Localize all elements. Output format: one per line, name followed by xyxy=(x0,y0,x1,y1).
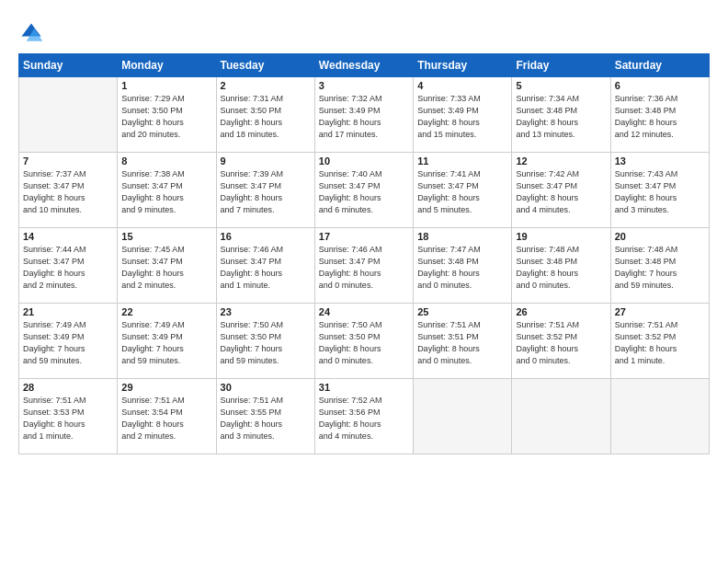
day-info: Sunrise: 7:39 AMSunset: 3:47 PMDaylight:… xyxy=(221,168,311,216)
day-number: 13 xyxy=(615,155,705,167)
calendar-week-row: 21Sunrise: 7:49 AMSunset: 3:49 PMDayligh… xyxy=(19,304,710,379)
day-number: 2 xyxy=(221,80,311,91)
calendar-day-cell: 17Sunrise: 7:46 AMSunset: 3:47 PMDayligh… xyxy=(314,228,413,304)
calendar-day-cell xyxy=(414,379,512,454)
calendar-day-cell: 18Sunrise: 7:47 AMSunset: 3:48 PMDayligh… xyxy=(414,228,512,304)
calendar-day-cell: 12Sunrise: 7:42 AMSunset: 3:47 PMDayligh… xyxy=(512,153,610,228)
day-number: 9 xyxy=(221,155,311,167)
calendar-header-cell: Tuesday xyxy=(216,54,314,77)
calendar-day-cell: 2Sunrise: 7:31 AMSunset: 3:50 PMDaylight… xyxy=(216,77,314,153)
day-info: Sunrise: 7:50 AMSunset: 3:50 PMDaylight:… xyxy=(221,319,311,367)
calendar-day-cell: 22Sunrise: 7:49 AMSunset: 3:49 PMDayligh… xyxy=(118,304,216,379)
day-info: Sunrise: 7:33 AMSunset: 3:49 PMDaylight:… xyxy=(417,93,507,141)
day-info: Sunrise: 7:51 AMSunset: 3:52 PMDaylight:… xyxy=(516,319,606,367)
calendar-day-cell xyxy=(19,77,118,153)
day-info: Sunrise: 7:42 AMSunset: 3:47 PMDaylight:… xyxy=(516,168,606,216)
day-number: 25 xyxy=(417,306,507,317)
calendar-day-cell: 29Sunrise: 7:51 AMSunset: 3:54 PMDayligh… xyxy=(118,379,216,454)
calendar-day-cell: 26Sunrise: 7:51 AMSunset: 3:52 PMDayligh… xyxy=(512,304,610,379)
day-number: 15 xyxy=(121,231,211,242)
day-number: 27 xyxy=(615,306,705,317)
calendar-header-cell: Wednesday xyxy=(314,54,413,77)
day-info: Sunrise: 7:45 AMSunset: 3:47 PMDaylight:… xyxy=(121,244,211,292)
day-info: Sunrise: 7:50 AMSunset: 3:50 PMDaylight:… xyxy=(319,319,409,367)
day-number: 18 xyxy=(417,231,507,242)
day-info: Sunrise: 7:46 AMSunset: 3:47 PMDaylight:… xyxy=(319,244,409,292)
day-number: 16 xyxy=(221,231,311,242)
day-number: 14 xyxy=(23,231,113,242)
calendar-week-row: 28Sunrise: 7:51 AMSunset: 3:53 PMDayligh… xyxy=(19,379,710,454)
header xyxy=(18,17,710,46)
calendar-day-cell: 20Sunrise: 7:48 AMSunset: 3:48 PMDayligh… xyxy=(610,228,709,304)
day-number: 22 xyxy=(121,306,211,317)
calendar-week-row: 14Sunrise: 7:44 AMSunset: 3:47 PMDayligh… xyxy=(19,228,710,304)
day-info: Sunrise: 7:51 AMSunset: 3:53 PMDaylight:… xyxy=(23,395,113,442)
day-info: Sunrise: 7:37 AMSunset: 3:47 PMDaylight:… xyxy=(23,168,113,216)
day-number: 1 xyxy=(121,80,211,91)
calendar-header-cell: Saturday xyxy=(610,54,709,77)
calendar-day-cell: 21Sunrise: 7:49 AMSunset: 3:49 PMDayligh… xyxy=(19,304,118,379)
day-info: Sunrise: 7:52 AMSunset: 3:56 PMDaylight:… xyxy=(319,395,409,442)
calendar-day-cell: 27Sunrise: 7:51 AMSunset: 3:52 PMDayligh… xyxy=(610,304,709,379)
day-info: Sunrise: 7:44 AMSunset: 3:47 PMDaylight:… xyxy=(23,244,113,292)
day-number: 8 xyxy=(121,155,211,167)
day-number: 24 xyxy=(319,306,409,317)
logo xyxy=(18,20,48,46)
calendar-body: 1Sunrise: 7:29 AMSunset: 3:50 PMDaylight… xyxy=(19,77,710,454)
calendar-header-cell: Monday xyxy=(118,54,216,77)
calendar-day-cell: 23Sunrise: 7:50 AMSunset: 3:50 PMDayligh… xyxy=(216,304,314,379)
logo-icon xyxy=(18,20,44,46)
calendar-day-cell xyxy=(610,379,709,454)
day-info: Sunrise: 7:36 AMSunset: 3:48 PMDaylight:… xyxy=(615,93,705,141)
day-info: Sunrise: 7:43 AMSunset: 3:47 PMDaylight:… xyxy=(615,168,705,216)
day-info: Sunrise: 7:34 AMSunset: 3:48 PMDaylight:… xyxy=(516,93,606,141)
day-info: Sunrise: 7:46 AMSunset: 3:47 PMDaylight:… xyxy=(221,244,311,292)
page: SundayMondayTuesdayWednesdayThursdayFrid… xyxy=(0,0,728,563)
calendar-day-cell: 16Sunrise: 7:46 AMSunset: 3:47 PMDayligh… xyxy=(216,228,314,304)
day-info: Sunrise: 7:51 AMSunset: 3:51 PMDaylight:… xyxy=(417,319,507,367)
day-number: 21 xyxy=(23,306,113,317)
calendar-day-cell: 4Sunrise: 7:33 AMSunset: 3:49 PMDaylight… xyxy=(414,77,512,153)
day-info: Sunrise: 7:48 AMSunset: 3:48 PMDaylight:… xyxy=(615,244,705,292)
day-info: Sunrise: 7:49 AMSunset: 3:49 PMDaylight:… xyxy=(23,319,113,367)
day-number: 20 xyxy=(615,231,705,242)
calendar-day-cell: 25Sunrise: 7:51 AMSunset: 3:51 PMDayligh… xyxy=(414,304,512,379)
day-number: 26 xyxy=(516,306,606,317)
day-info: Sunrise: 7:47 AMSunset: 3:48 PMDaylight:… xyxy=(417,244,507,292)
calendar-day-cell: 28Sunrise: 7:51 AMSunset: 3:53 PMDayligh… xyxy=(19,379,118,454)
day-info: Sunrise: 7:38 AMSunset: 3:47 PMDaylight:… xyxy=(121,168,211,216)
day-number: 12 xyxy=(516,155,606,167)
day-info: Sunrise: 7:48 AMSunset: 3:48 PMDaylight:… xyxy=(516,244,606,292)
day-number: 30 xyxy=(221,382,311,393)
day-number: 28 xyxy=(23,382,113,393)
calendar-day-cell: 14Sunrise: 7:44 AMSunset: 3:47 PMDayligh… xyxy=(19,228,118,304)
calendar-day-cell: 5Sunrise: 7:34 AMSunset: 3:48 PMDaylight… xyxy=(512,77,610,153)
calendar-day-cell: 1Sunrise: 7:29 AMSunset: 3:50 PMDaylight… xyxy=(118,77,216,153)
calendar-header-cell: Thursday xyxy=(414,54,512,77)
calendar-week-row: 1Sunrise: 7:29 AMSunset: 3:50 PMDaylight… xyxy=(19,77,710,153)
day-number: 6 xyxy=(615,80,705,91)
calendar-day-cell: 7Sunrise: 7:37 AMSunset: 3:47 PMDaylight… xyxy=(19,153,118,228)
calendar-day-cell: 6Sunrise: 7:36 AMSunset: 3:48 PMDaylight… xyxy=(610,77,709,153)
day-info: Sunrise: 7:40 AMSunset: 3:47 PMDaylight:… xyxy=(319,168,409,216)
day-info: Sunrise: 7:41 AMSunset: 3:47 PMDaylight:… xyxy=(417,168,507,216)
day-info: Sunrise: 7:51 AMSunset: 3:55 PMDaylight:… xyxy=(221,395,311,442)
day-number: 19 xyxy=(516,231,606,242)
day-info: Sunrise: 7:29 AMSunset: 3:50 PMDaylight:… xyxy=(121,93,211,141)
day-info: Sunrise: 7:51 AMSunset: 3:52 PMDaylight:… xyxy=(615,319,705,367)
calendar-header-cell: Sunday xyxy=(19,54,118,77)
calendar-day-cell: 31Sunrise: 7:52 AMSunset: 3:56 PMDayligh… xyxy=(314,379,413,454)
calendar-day-cell: 10Sunrise: 7:40 AMSunset: 3:47 PMDayligh… xyxy=(314,153,413,228)
calendar-header-cell: Friday xyxy=(512,54,610,77)
day-number: 31 xyxy=(319,382,409,393)
day-number: 4 xyxy=(417,80,507,91)
day-number: 11 xyxy=(417,155,507,167)
calendar-day-cell: 15Sunrise: 7:45 AMSunset: 3:47 PMDayligh… xyxy=(118,228,216,304)
calendar-week-row: 7Sunrise: 7:37 AMSunset: 3:47 PMDaylight… xyxy=(19,153,710,228)
calendar-day-cell: 24Sunrise: 7:50 AMSunset: 3:50 PMDayligh… xyxy=(314,304,413,379)
calendar-day-cell: 11Sunrise: 7:41 AMSunset: 3:47 PMDayligh… xyxy=(414,153,512,228)
day-info: Sunrise: 7:32 AMSunset: 3:49 PMDaylight:… xyxy=(319,93,409,141)
calendar-day-cell xyxy=(512,379,610,454)
day-number: 17 xyxy=(319,231,409,242)
calendar-day-cell: 19Sunrise: 7:48 AMSunset: 3:48 PMDayligh… xyxy=(512,228,610,304)
